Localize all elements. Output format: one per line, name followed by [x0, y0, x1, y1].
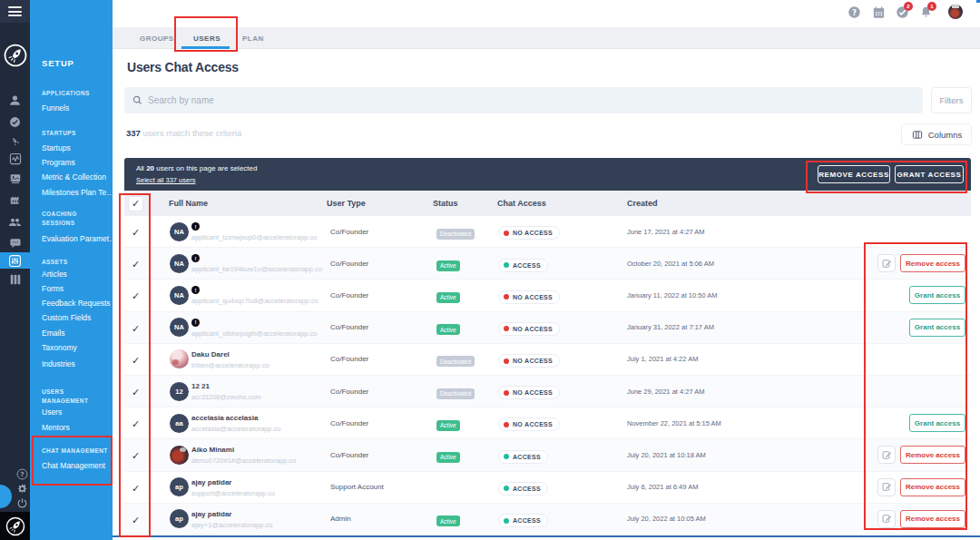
table-row: aaaccelasia accelasiaaccelasia@accelerat…	[124, 407, 971, 439]
status-badge: Deactivated	[436, 388, 475, 399]
remove-access-button[interactable]: Remove access	[900, 254, 965, 272]
sidebar-item-users[interactable]: Users	[42, 407, 62, 417]
grant-access-button[interactable]: Grant access	[909, 286, 965, 304]
checkbox-checked-icon[interactable]	[129, 320, 142, 334]
chat-access-pill: ACCESS	[498, 450, 548, 464]
sidebar-item-forms[interactable]: Forms	[42, 284, 64, 293]
checkbox-checked-icon[interactable]	[129, 288, 142, 301]
calendar-icon[interactable]	[872, 5, 886, 23]
status-badge: Active	[436, 324, 460, 335]
menu-icon[interactable]	[8, 6, 22, 16]
user-email: applicant_otbhepoglh@acceleratorapp.co	[191, 329, 318, 338]
checkbox-checked-icon[interactable]	[129, 416, 142, 429]
columns-board-icon[interactable]	[0, 273, 30, 286]
rail-footer-logo	[0, 512, 30, 540]
sidebar-item-startups[interactable]: Startups	[42, 143, 71, 152]
sidebar-item-evaluation-paramet[interactable]: Evaluation Paramet…	[42, 234, 117, 243]
status-badge: Deactivated	[436, 356, 475, 367]
edit-access-button[interactable]	[877, 510, 896, 528]
building-icon[interactable]	[0, 193, 30, 206]
grant-access-bulk-button[interactable]: GRANT ACCESS	[895, 165, 964, 183]
remove-access-button[interactable]: Remove access	[900, 446, 965, 464]
help-icon[interactable]: ?	[848, 5, 861, 23]
person-icon[interactable]	[0, 93, 30, 107]
tab-plan[interactable]: PLAN	[242, 27, 264, 49]
created-date: January 11, 2022 at 10:50 AM	[627, 291, 841, 299]
sidebar-item-taxonomy[interactable]: Taxonomy	[42, 343, 77, 352]
chat-bubble-icon[interactable]	[0, 237, 30, 250]
chat-access-pill: ACCESS	[498, 482, 548, 496]
rail-header	[0, 0, 30, 23]
sidebar-item-custom-fields[interactable]: Custom Fields	[42, 313, 91, 322]
checkbox-checked-icon[interactable]	[129, 384, 142, 398]
rail-item-chat-management[interactable]	[0, 252, 30, 269]
remove-access-button[interactable]: Remove access	[900, 478, 965, 496]
tab-groups[interactable]: GROUPS	[140, 27, 174, 49]
columns-button[interactable]: Columns	[901, 123, 972, 145]
grant-access-button[interactable]: Grant access	[909, 414, 965, 432]
sidebar-section-header: ASSETS	[42, 258, 67, 267]
sidebar-item-industries[interactable]: Industries	[42, 359, 75, 368]
notifications-badge: 1	[927, 2, 936, 11]
selection-text: All 20 users on this page are selected	[136, 164, 257, 172]
selection-text-suffix: users on this page are selected	[156, 164, 257, 172]
checkbox-checked-icon[interactable]	[129, 352, 142, 366]
sidebar-item-funnels[interactable]: Funnels	[42, 103, 69, 113]
gear-icon[interactable]	[16, 483, 30, 495]
user-email: support@acceleratorapp.co	[191, 489, 275, 497]
chat-access-label: ACCESS	[513, 517, 541, 524]
people-icon[interactable]	[0, 215, 30, 229]
chat-launcher-icon[interactable]	[0, 485, 12, 508]
sidebar-item-programs[interactable]: Programs	[42, 158, 75, 167]
sidebar-item-milestones-plan-te[interactable]: Milestones Plan Te…	[42, 188, 114, 197]
chat-access-pill: NO ACCESS	[498, 226, 560, 240]
remove-access-button[interactable]: Remove access	[900, 510, 965, 528]
user-full-name: Daku Darel	[191, 350, 230, 358]
user-avatar[interactable]	[948, 5, 963, 19]
edit-icon	[882, 482, 892, 492]
search-input[interactable]: Search by name	[124, 87, 923, 113]
sidebar-section-header: STARTUPS	[42, 129, 76, 138]
check-circle-icon[interactable]	[0, 116, 30, 128]
checkbox-checked-icon[interactable]	[129, 480, 142, 494]
checkbox-checked-icon[interactable]	[129, 256, 142, 270]
remove-access-bulk-button[interactable]: REMOVE ACCESS	[818, 165, 890, 183]
col-full-name: Full Name	[163, 199, 327, 208]
edit-access-button[interactable]	[877, 478, 896, 496]
checkbox-checked-icon[interactable]	[129, 512, 142, 525]
launch-icon[interactable]	[0, 135, 30, 148]
grant-access-button[interactable]: Grant access	[909, 319, 965, 337]
edit-access-button[interactable]	[877, 446, 896, 464]
sidebar-item-articles[interactable]: Articles	[42, 270, 67, 279]
power-icon[interactable]	[16, 497, 30, 509]
results-count-number: 337	[126, 128, 141, 138]
sidebar-item-metric-and-collection[interactable]: Metric & Collection	[42, 172, 106, 182]
notifications-icon[interactable]: 1	[919, 5, 933, 23]
metrics-icon[interactable]	[0, 152, 30, 165]
main-area: ? 2 1 GROUPS USERS PLAN Users Chat Acces…	[113, 0, 980, 540]
applicant-flag-icon	[191, 286, 200, 294]
user-type: Admin	[327, 515, 433, 523]
checkbox-checked-icon[interactable]	[129, 224, 142, 238]
tasks-icon[interactable]: 2	[896, 5, 909, 23]
filters-button[interactable]: Filters	[931, 87, 972, 113]
created-date: November 22, 2021 at 5:15 AM	[627, 419, 841, 427]
edit-access-button[interactable]	[877, 254, 896, 272]
sidebar-item-mentors[interactable]: Mentors	[42, 423, 70, 432]
table-row: NAapplicant_be194kuw1o@acceleratorapp.co…	[124, 248, 971, 280]
sidebar-item-feedback-requests[interactable]: Feedback Requests	[42, 299, 111, 308]
user-email: tribex@acceleratorapp.co	[191, 361, 270, 369]
sidebar-item-emails[interactable]: Emails	[42, 329, 65, 338]
user-type: Co/Founder	[327, 451, 433, 459]
setup-sidebar: SETUP APPLICATIONS Funnels STARTUPS Star…	[30, 0, 113, 540]
media-icon[interactable]	[0, 172, 30, 185]
select-all-checkbox[interactable]	[129, 197, 142, 211]
sidebar-item-chat-management[interactable]: Chat Management	[42, 461, 105, 470]
select-all-link[interactable]: Select all 337 users	[136, 176, 195, 184]
chat-access-pill: NO ACCESS	[498, 417, 560, 431]
logo-rocket-icon[interactable]	[4, 44, 27, 67]
avatar: NA	[170, 222, 189, 241]
help-outline-icon[interactable]: ?	[16, 468, 30, 480]
access-dot-icon	[504, 262, 509, 268]
checkbox-checked-icon[interactable]	[129, 447, 142, 461]
